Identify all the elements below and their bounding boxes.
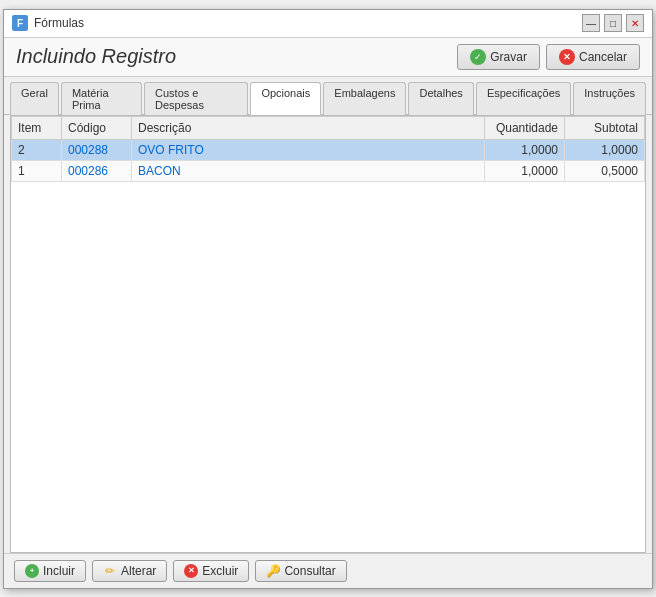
cell-codigo: 000288 <box>62 139 132 160</box>
col-header-codigo: Código <box>62 116 132 139</box>
col-header-item: Item <box>12 116 62 139</box>
alterar-icon: ✏ <box>103 564 117 578</box>
cell-quantidade: 1,0000 <box>485 139 565 160</box>
col-header-quantidade: Quantidade <box>485 116 565 139</box>
header-bar: Incluindo Registro ✓ Gravar ✕ Cancelar <box>4 38 652 77</box>
incluir-icon: + <box>25 564 39 578</box>
consultar-button[interactable]: 🔑 Consultar <box>255 560 346 582</box>
cell-subtotal: 0,5000 <box>565 160 645 181</box>
check-icon: ✓ <box>470 49 486 65</box>
tab-especificacoes[interactable]: Especificações <box>476 82 571 115</box>
content-area: Item Código Descrição Quantidade Subtota… <box>10 115 646 553</box>
consultar-icon: 🔑 <box>266 564 280 578</box>
cell-item: 1 <box>12 160 62 181</box>
title-bar-left: F Fórmulas <box>12 15 84 31</box>
tab-geral[interactable]: Geral <box>10 82 59 115</box>
page-title: Incluindo Registro <box>16 45 176 68</box>
alterar-button[interactable]: ✏ Alterar <box>92 560 167 582</box>
window-title: Fórmulas <box>34 16 84 30</box>
tab-embalagens[interactable]: Embalagens <box>323 82 406 115</box>
tabs-bar: Geral Matéria Prima Custos e Despesas Op… <box>4 77 652 115</box>
maximize-button[interactable]: □ <box>604 14 622 32</box>
table-row[interactable]: 1000286BACON1,00000,5000 <box>12 160 645 181</box>
incluir-button[interactable]: + Incluir <box>14 560 86 582</box>
cell-quantidade: 1,0000 <box>485 160 565 181</box>
col-header-subtotal: Subtotal <box>565 116 645 139</box>
x-icon: ✕ <box>559 49 575 65</box>
cell-subtotal: 1,0000 <box>565 139 645 160</box>
tab-custos-despesas[interactable]: Custos e Despesas <box>144 82 248 115</box>
bottom-bar: + Incluir ✏ Alterar ✕ Excluir 🔑 Consulta… <box>4 553 652 588</box>
tab-detalhes[interactable]: Detalhes <box>408 82 473 115</box>
table-row[interactable]: 2000288OVO FRITO1,00001,0000 <box>12 139 645 160</box>
cell-descricao: BACON <box>132 160 485 181</box>
cell-item: 2 <box>12 139 62 160</box>
close-button[interactable]: ✕ <box>626 14 644 32</box>
cancelar-button[interactable]: ✕ Cancelar <box>546 44 640 70</box>
app-icon: F <box>12 15 28 31</box>
excluir-icon: ✕ <box>184 564 198 578</box>
data-table: Item Código Descrição Quantidade Subtota… <box>11 116 645 182</box>
tab-materia-prima[interactable]: Matéria Prima <box>61 82 142 115</box>
header-buttons: ✓ Gravar ✕ Cancelar <box>457 44 640 70</box>
cell-descricao: OVO FRITO <box>132 139 485 160</box>
table-header-row: Item Código Descrição Quantidade Subtota… <box>12 116 645 139</box>
window-controls: — □ ✕ <box>582 14 644 32</box>
title-bar: F Fórmulas — □ ✕ <box>4 10 652 38</box>
minimize-button[interactable]: — <box>582 14 600 32</box>
tab-instrucoes[interactable]: Instruções <box>573 82 646 115</box>
cell-codigo: 000286 <box>62 160 132 181</box>
main-window: F Fórmulas — □ ✕ Incluindo Registro ✓ Gr… <box>3 9 653 589</box>
col-header-descricao: Descrição <box>132 116 485 139</box>
gravar-button[interactable]: ✓ Gravar <box>457 44 540 70</box>
tab-opcionais[interactable]: Opcionais <box>250 82 321 115</box>
excluir-button[interactable]: ✕ Excluir <box>173 560 249 582</box>
